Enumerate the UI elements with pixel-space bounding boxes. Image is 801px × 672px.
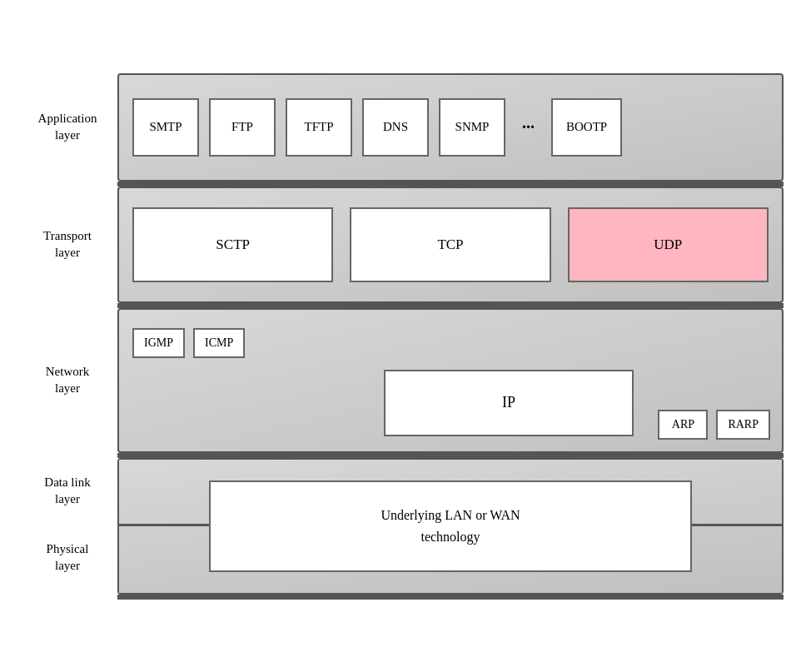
datalink-layer-label: Data linklayer xyxy=(37,458,97,525)
ftp-box: FTP xyxy=(209,98,276,157)
underlying-box: Underlying LAN or WANtechnology xyxy=(209,480,692,572)
transport-protocols: SCTP TCP UDP xyxy=(132,207,769,282)
datalink-physical-wrapper: Data linklayer Physicallayer Underlying … xyxy=(17,458,784,595)
tftp-box: TFTP xyxy=(286,98,352,157)
sctp-box: SCTP xyxy=(132,207,333,282)
arp-box: ARP xyxy=(658,410,708,440)
dns-box: DNS xyxy=(362,98,429,157)
rarp-box: RARP xyxy=(716,410,770,440)
network-layer-row: Networklayer IGMP ICMP IP ARP RARP xyxy=(17,308,784,453)
network-small-protocols: IGMP ICMP xyxy=(132,328,769,358)
smtp-box: SMTP xyxy=(132,98,199,157)
application-layer-label: Applicationlayer xyxy=(17,73,117,182)
icmp-box: ICMP xyxy=(193,328,245,358)
datalink-physical-box: Underlying LAN or WANtechnology xyxy=(117,458,784,595)
ip-box: IP xyxy=(384,370,634,436)
arp-rarp-container: ARP RARP xyxy=(658,410,770,440)
igmp-box: IGMP xyxy=(132,328,185,358)
network-diagram: Applicationlayer SMTP FTP TFTP DNS SNMP … xyxy=(17,73,784,600)
transport-layer-box: SCTP TCP UDP xyxy=(117,187,784,303)
transport-layer-row: Transportlayer SCTP TCP UDP xyxy=(17,187,784,303)
application-protocols: SMTP FTP TFTP DNS SNMP ··· BOOTP xyxy=(132,98,622,157)
udp-box: UDP xyxy=(568,207,769,282)
bottom-separator xyxy=(117,595,784,600)
tcp-box: TCP xyxy=(350,207,550,282)
application-layer-row: Applicationlayer SMTP FTP TFTP DNS SNMP … xyxy=(17,73,784,182)
dots-separator: ··· xyxy=(515,117,541,137)
application-layer-box: SMTP FTP TFTP DNS SNMP ··· BOOTP xyxy=(117,73,784,182)
physical-layer-label: Physicallayer xyxy=(40,525,96,591)
network-layer-box: IGMP ICMP IP ARP RARP xyxy=(117,308,784,453)
snmp-box: SNMP xyxy=(439,98,505,157)
network-layer-label: Networklayer xyxy=(17,308,117,453)
datalink-physical-labels: Data linklayer Physicallayer xyxy=(17,458,117,595)
bootp-box: BOOTP xyxy=(551,98,622,157)
transport-layer-label: Transportlayer xyxy=(17,187,117,303)
